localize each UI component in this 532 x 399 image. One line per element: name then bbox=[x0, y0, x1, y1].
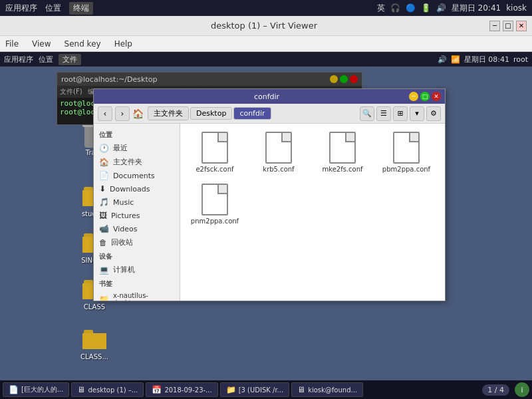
computer-icon: 💻 bbox=[99, 265, 109, 275]
fm-sidebar-documents[interactable]: 📄 Documents bbox=[94, 169, 180, 182]
trash-sidebar-icon: 🗑 bbox=[99, 238, 107, 247]
fm-sidebar-downloads[interactable]: ⬇ Downloads bbox=[94, 182, 180, 196]
outer-tb-btn-2[interactable]: 🖥 desktop (1) –... bbox=[71, 382, 144, 397]
places-menu[interactable]: 位置 bbox=[45, 3, 61, 14]
computer-label: 计算机 bbox=[113, 265, 135, 275]
e2fsck-file-name: e2fsck.conf bbox=[196, 166, 233, 173]
class2-folder-icon bbox=[82, 328, 106, 352]
fm-sidebar-videos[interactable]: 📹 Videos bbox=[94, 222, 180, 235]
file-item-e2fsck[interactable]: e2fsck.conf bbox=[188, 132, 241, 173]
outer-tb-btn-5[interactable]: 🖥 kiosk@found... bbox=[291, 382, 363, 397]
terminal-close-btn[interactable] bbox=[350, 75, 358, 83]
fm-sidebar-nautilus[interactable]: 📁 x-nautilus-desktop···· bbox=[94, 290, 180, 301]
mke2fs-file-icon bbox=[329, 132, 356, 164]
inner-datetime: 星期日 08:41 bbox=[464, 55, 509, 65]
pnm2ppa-file-name: pnm2ppa.conf bbox=[191, 217, 239, 225]
fm-sidebar-music[interactable]: 🎵 Music bbox=[94, 196, 180, 209]
fm-sidebar-recent[interactable]: 🕐 最近 bbox=[94, 141, 180, 155]
terminal-menu[interactable]: 终端 bbox=[69, 2, 93, 15]
recent-label: 最近 bbox=[113, 143, 128, 153]
outer-tb-btn-4[interactable]: 📁 [3 (UDISK /r... bbox=[220, 382, 290, 397]
inner-apps-menu[interactable]: 应用程序 bbox=[4, 55, 33, 65]
system-bar-right: 英 🎧 🔵 🔋 🔊 星期日 20:41 kiosk bbox=[377, 3, 527, 14]
vm-menu-help[interactable]: Help bbox=[112, 38, 135, 50]
outer-taskbar: 📄 [巨大的人的... 🖥 desktop (1) –... 📅 2018-09… bbox=[0, 380, 532, 399]
vm-close-btn[interactable]: ✕ bbox=[516, 21, 527, 31]
fm-menu-btn[interactable]: ☰ bbox=[376, 106, 391, 121]
downloads-icon: ⬇ bbox=[99, 184, 106, 194]
fm-forward-btn[interactable]: › bbox=[115, 106, 130, 121]
fm-section-bookmarks: 书签 bbox=[94, 277, 180, 290]
notification-btn[interactable]: i bbox=[515, 382, 529, 397]
fm-settings-btn[interactable]: ⚙ bbox=[426, 106, 441, 121]
downloads-label: Downloads bbox=[110, 185, 150, 194]
tb1-icon: 📄 bbox=[9, 385, 19, 394]
breadcrumb-confdir[interactable]: confdir bbox=[233, 107, 271, 120]
music-icon: 🎵 bbox=[99, 198, 109, 207]
file-item-pbm2ppa[interactable]: pbm2ppa.conf bbox=[380, 132, 433, 173]
nautilus-label: x-nautilus-desktop···· bbox=[113, 292, 166, 301]
documents-label: Documents bbox=[113, 172, 155, 180]
fm-sidebar-pictures[interactable]: 🖼 Pictures bbox=[94, 209, 180, 222]
outer-tb-btn-1[interactable]: 📄 [巨大的人的... bbox=[3, 382, 69, 397]
terminal-titlebar: root@localhost:~/Desktop bbox=[57, 72, 362, 86]
headphone-icon: 🎧 bbox=[390, 3, 400, 13]
fm-sort-btn[interactable]: ▾ bbox=[410, 106, 424, 121]
desktop-icon-class2[interactable]: CLASS... bbox=[73, 328, 116, 360]
fm-maximize-btn[interactable]: □ bbox=[420, 92, 430, 101]
datetime-label: 星期日 20:41 bbox=[452, 3, 501, 14]
fm-search-btn[interactable]: 🔍 bbox=[360, 106, 374, 121]
pictures-icon: 🖼 bbox=[99, 211, 107, 220]
tb1-label: [巨大的人的... bbox=[21, 385, 63, 394]
fm-close-btn[interactable]: ✕ bbox=[432, 92, 441, 101]
vm-restore-btn[interactable]: □ bbox=[503, 21, 513, 31]
breadcrumb-home[interactable]: 主文件夹 bbox=[148, 106, 189, 120]
tm-file[interactable]: 文件(F) bbox=[60, 87, 82, 96]
tb3-label: 2018-09-23-... bbox=[164, 386, 211, 394]
fm-toolbar: ‹ › 🏠 主文件夹 Desktop confdir 🔍 ☰ ⊞ ▾ ⚙ bbox=[94, 104, 445, 124]
fm-grid-btn[interactable]: ⊞ bbox=[393, 106, 408, 121]
language-indicator: 英 bbox=[377, 3, 385, 14]
outer-tb-btn-3[interactable]: 📅 2018-09-23-... bbox=[146, 382, 217, 397]
fm-sidebar-computer[interactable]: 💻 计算机 bbox=[94, 263, 180, 277]
inner-bar-right: 🔊 📶 星期日 08:41 root bbox=[438, 55, 528, 65]
inner-places-menu[interactable]: 位置 bbox=[39, 55, 53, 65]
pictures-label: Pictures bbox=[111, 211, 140, 220]
breadcrumb-desktop[interactable]: Desktop bbox=[190, 107, 232, 120]
breadcrumb-home-icon: 🏠 bbox=[132, 108, 144, 119]
outer-system-bar: 应用程序 位置 终端 英 🎧 🔵 🔋 🔊 星期日 20:41 kiosk bbox=[0, 0, 532, 16]
recent-icon: 🕐 bbox=[99, 144, 109, 153]
file-item-krb5[interactable]: krb5.conf bbox=[252, 132, 305, 173]
vm-title: desktop (1) – Virt Viewer bbox=[39, 21, 489, 31]
class1-icon-label: CLASS bbox=[84, 303, 105, 311]
file-item-pnm2ppa[interactable]: pnm2ppa.conf bbox=[188, 184, 241, 225]
fm-sidebar-home[interactable]: 🏠 主文件夹 bbox=[94, 155, 180, 169]
nautilus-icon: 📁 bbox=[99, 295, 109, 301]
vm-menu-sendkey[interactable]: Send key bbox=[62, 38, 104, 50]
breadcrumb-area: 🏠 主文件夹 Desktop confdir bbox=[132, 106, 357, 120]
vm-menu-view[interactable]: View bbox=[29, 38, 53, 50]
vm-controls: ─ □ ✕ bbox=[489, 21, 527, 31]
inner-network-icon: 📶 bbox=[451, 55, 460, 64]
inner-user-label: root bbox=[513, 55, 528, 64]
terminal-minimize-btn[interactable] bbox=[330, 75, 338, 83]
fm-back-btn[interactable]: ‹ bbox=[98, 106, 112, 121]
terminal-maximize-btn[interactable] bbox=[340, 75, 348, 83]
tb5-icon: 🖥 bbox=[297, 385, 305, 394]
terminal-controls bbox=[330, 75, 358, 83]
class2-icon-label: CLASS... bbox=[80, 353, 108, 360]
music-label: Music bbox=[113, 198, 134, 207]
fm-minimize-btn[interactable]: ─ bbox=[409, 92, 418, 101]
vm-menu-file[interactable]: File bbox=[3, 38, 21, 50]
inner-files-menu[interactable]: 文件 bbox=[59, 54, 81, 65]
apps-menu[interactable]: 应用程序 bbox=[5, 3, 37, 14]
tb2-label: desktop (1) –... bbox=[88, 386, 138, 394]
fm-sidebar-trash[interactable]: 🗑 回收站 bbox=[94, 235, 180, 249]
inner-bar-left: 应用程序 位置 文件 bbox=[4, 54, 81, 65]
krb5-file-icon bbox=[265, 132, 292, 164]
fm-section-places: 位置 bbox=[94, 128, 180, 141]
fm-titlebar: confdir ─ □ ✕ bbox=[94, 89, 445, 104]
file-item-mke2fs[interactable]: mke2fs.conf bbox=[316, 132, 369, 173]
vm-minimize-btn[interactable]: ─ bbox=[489, 21, 500, 31]
pbm2ppa-file-icon bbox=[393, 132, 420, 164]
